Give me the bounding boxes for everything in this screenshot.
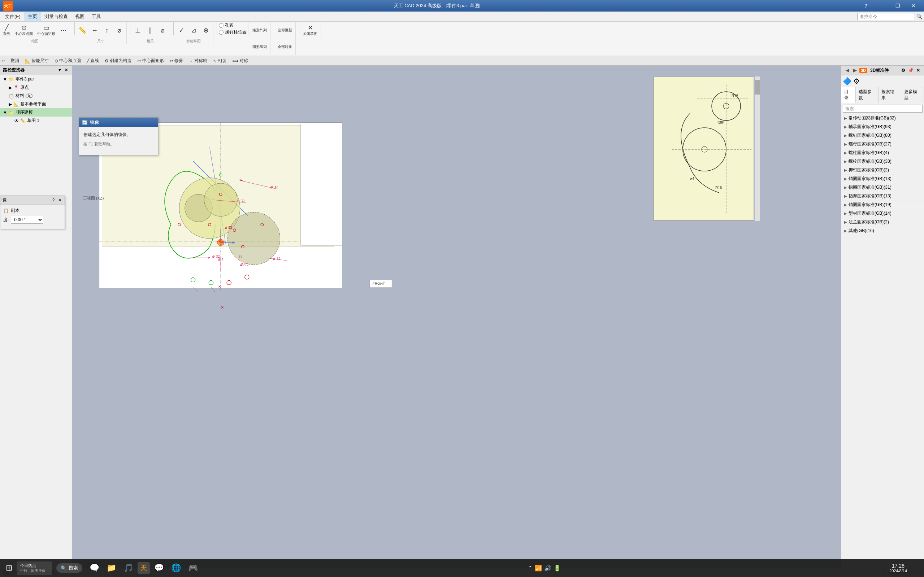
tree-item-material[interactable]: 📋 材料 (无) <box>0 92 72 100</box>
right-tree-item-13[interactable]: ▶ 其他(GB)(16) <box>841 227 924 235</box>
right-panel-close-btn[interactable]: ✕ <box>915 68 921 73</box>
canvas-area[interactable]: 正视图 (XZ) <box>72 66 841 567</box>
sketch-tool-circle[interactable]: ⊙ 中心和点圆 <box>52 56 84 65</box>
toolbar-btn-circle[interactable]: ⊙ 中心和点圆 <box>13 23 35 38</box>
right-tree-item-2[interactable]: ▶ 螺钉国家标准(GB)(80) <box>841 131 924 140</box>
right-tree-item-9[interactable]: ▶ 指摩国家标准(GB)(13) <box>841 192 924 201</box>
tree-item-sketch1[interactable]: 👁 ✏️ 草图 1 <box>0 116 72 125</box>
image-panel-close-btn[interactable]: ✕ <box>57 197 63 203</box>
right-tree-item-12[interactable]: ▶ 法兰圆家标准(GB)(2) <box>841 218 924 227</box>
radio-pin[interactable] <box>219 30 223 35</box>
toolbar-btn-dim4[interactable]: ⌀ <box>113 23 125 38</box>
tray-battery-icon[interactable]: 🔋 <box>554 565 561 572</box>
menu-home[interactable]: 主页 <box>24 12 41 21</box>
sketch-tool-mirror[interactable]: ⟺ 对称 <box>229 56 251 65</box>
clock[interactable]: 17:28 2024/8/14 <box>888 561 908 574</box>
toolbar-btn-rel1[interactable]: ⊥ <box>132 23 144 38</box>
tree-item-planes[interactable]: ▶ 📐 基本参考平面 <box>0 100 72 108</box>
toolbar-btn-more-draw[interactable]: ⋯ <box>58 23 69 38</box>
taskbar-app-media[interactable]: 🎵 <box>121 562 136 574</box>
feature-tree-close-btn[interactable]: ✕ <box>63 68 69 73</box>
right-tree-item-5[interactable]: ▶ 螺栓国家标准(GB)(38) <box>841 157 924 166</box>
taskbar-app-cad[interactable]: 天 <box>137 562 150 574</box>
right-panel-tab-params[interactable]: 选型参数 <box>856 87 879 103</box>
right-tree-item-7[interactable]: ▶ 销圈国家标准(GB)(13) <box>841 175 924 183</box>
today-hot-topic[interactable]: 今日热点 中秋、国庆放假... <box>17 561 52 575</box>
right-panel-nav-next[interactable]: ▶ <box>852 67 858 74</box>
menu-measure[interactable]: 测量与检查 <box>41 12 71 21</box>
menu-view[interactable]: 视图 <box>71 12 88 21</box>
show-desktop-btn[interactable] <box>910 564 921 572</box>
toolbar-btn-full-update[interactable]: 全部更新 <box>276 23 294 38</box>
tree-item-origin[interactable]: ▶ 📍 原点 <box>0 83 72 92</box>
sketch-tool-tangent[interactable]: ∿ 相切 <box>210 56 229 65</box>
sketch-tool-smart-dim[interactable]: 📐 智能尺寸 <box>22 56 52 65</box>
help-btn[interactable]: ? <box>858 1 874 11</box>
toolbar-btn-dim2[interactable]: ↔ <box>89 23 100 38</box>
toolbar-btn-smart2[interactable]: ⊿ <box>188 23 199 38</box>
right-panel-settings-icon[interactable]: ⚙ <box>900 68 906 73</box>
right-panel-3d-icon1[interactable]: 🔷 <box>843 77 852 85</box>
right-tree-item-0[interactable]: ▶ 常传动国家标准(GB)(32) <box>841 114 924 123</box>
taskbar-search[interactable]: 🔍 搜索 <box>57 563 82 573</box>
toolbar-btn-close-sketch[interactable]: ✕ 关闭草图 <box>301 23 319 38</box>
right-panel-pin-icon[interactable]: 📌 <box>907 68 914 73</box>
right-panel-tab-more[interactable]: 更多模型 <box>901 87 924 103</box>
tree-item-file[interactable]: ▼ 📁 零件3.par <box>0 75 72 83</box>
right-tree-item-11[interactable]: ▶ 型材国家标准(GB)(14) <box>841 209 924 218</box>
image-panel-angle-select[interactable]: 0.00 ° 45.00 ° 90.00 ° 180.00 ° <box>11 216 43 224</box>
right-tree-item-8[interactable]: ▶ 指圈国家标准(GB)(31) <box>841 183 924 192</box>
toolbar-btn-full-convert[interactable]: 全部转换 <box>276 39 294 55</box>
sketch-tool-center-rect[interactable]: ▭ 中心面矩形 <box>134 56 167 65</box>
cad-icon: 天 <box>141 564 147 572</box>
taskbar-app-msg[interactable]: 💬 <box>151 562 167 574</box>
menu-file[interactable]: 文件(F) <box>2 12 24 21</box>
menu-tools[interactable]: 工具 <box>88 12 105 21</box>
sketch-tool-construct[interactable]: ⚙ 创建为构造 <box>102 56 134 65</box>
start-button[interactable]: ⊞ <box>3 562 15 574</box>
taskbar-app-files[interactable]: 📁 <box>103 562 119 574</box>
right-tree-item-10[interactable]: ▶ 销圈国家标准(GB)(19) <box>841 201 924 209</box>
tray-caret-icon[interactable]: ⌃ <box>528 565 533 572</box>
right-panel-tab-catalog[interactable]: 目录 <box>841 87 856 103</box>
search-command-icon[interactable]: 🔍 <box>916 14 922 19</box>
toolbar-btn-rel3[interactable]: ⌀ <box>157 23 168 38</box>
toolbar-btn-line[interactable]: ╱ 直线 <box>1 23 12 38</box>
right-tree-item-3[interactable]: ▶ 螺母国家标准(GB)(27) <box>841 140 924 149</box>
taskbar-app-game[interactable]: 🎮 <box>185 562 201 574</box>
tray-wifi-icon[interactable]: 📶 <box>535 565 542 572</box>
close-btn[interactable]: ✕ <box>906 1 921 11</box>
right-panel-nav-prev[interactable]: ◀ <box>844 67 850 74</box>
minimize-btn[interactable]: ─ <box>874 1 889 11</box>
toolbar-btn-smart1[interactable]: ✓ <box>176 23 187 38</box>
toolbar-btn-rel2[interactable]: ∥ <box>144 23 156 38</box>
right-panel-tab-results[interactable]: 搜索结果 <box>879 87 901 103</box>
vertical-scrollbar[interactable] <box>754 76 760 221</box>
taskbar-app-chat[interactable]: 🗨️ <box>87 562 102 574</box>
radio-hole[interactable] <box>219 23 223 28</box>
right-tree-item-6[interactable]: ▶ 押钉国家标准(GB)(2) <box>841 166 924 175</box>
sketch-tool-line[interactable]: ╱ 直线 <box>84 56 102 65</box>
image-panel-help-btn[interactable]: ? <box>51 197 56 203</box>
toolbar-btn-smart3[interactable]: ⊕ <box>200 23 212 38</box>
right-tree-item-4[interactable]: ▶ 螺柱国家标准(GB)(4) <box>841 149 924 157</box>
tree-item-ordered[interactable]: ▼ 📁 顺序建模 <box>0 108 72 116</box>
right-panel-search-input[interactable] <box>843 105 922 113</box>
right-tree-item-1[interactable]: ▶ 轴承国家标准(GB)(93) <box>841 123 924 131</box>
sketch-tool-trim[interactable]: ✂ 修剪 <box>167 56 186 65</box>
tray-volume-icon[interactable]: 🔊 <box>544 565 551 572</box>
toolbar-btn-dim3[interactable]: ↕ <box>101 23 113 38</box>
sketch-tool-symmetry-axis[interactable]: ↔ 对称轴 <box>186 56 210 65</box>
toolbar-btn-rect-array[interactable]: 矩形阵列 <box>250 23 269 38</box>
toolbar-btn-circle-array[interactable]: 圆形阵列 <box>250 39 269 55</box>
feature-tree-collapse-btn[interactable]: ▼ <box>57 68 63 73</box>
toolbar-sep-3 <box>173 23 174 35</box>
taskbar-app-browser[interactable]: 🌐 <box>168 562 184 574</box>
toolbar-btn-dim1[interactable]: 📏 <box>76 23 88 38</box>
3d-badge: 3D <box>859 68 867 73</box>
toolbar-btn-rect[interactable]: ▭ 中心面矩形 <box>36 23 57 38</box>
search-command-input[interactable] <box>857 13 915 20</box>
sketch-tool-undo[interactable]: 撤消 <box>8 56 22 65</box>
right-panel-3d-icon2[interactable]: ⚙ <box>853 77 860 85</box>
restore-btn[interactable]: ❐ <box>890 1 905 11</box>
